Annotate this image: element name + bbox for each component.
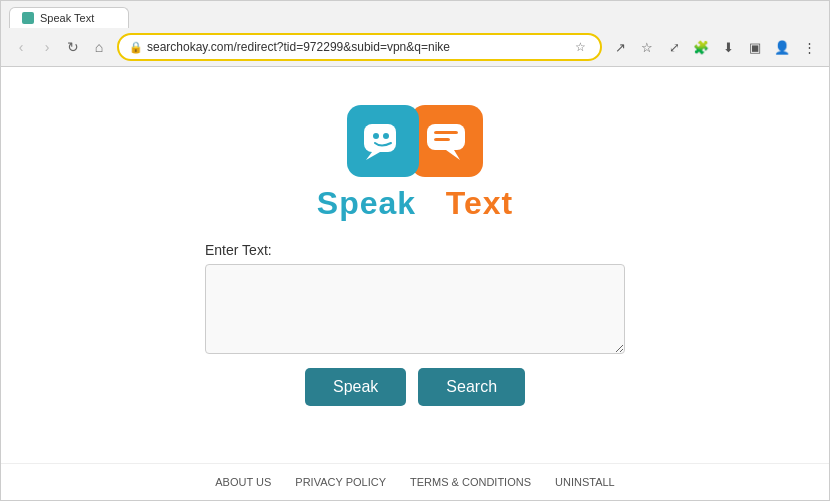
- blue-face-icon: [358, 116, 408, 166]
- extensions-button[interactable]: 🧩: [689, 35, 713, 59]
- svg-point-2: [383, 133, 389, 139]
- main-area: Speak Text Enter Text: Speak Search: [1, 67, 829, 463]
- profile-button[interactable]: 👤: [770, 35, 794, 59]
- browser-actions: ↗ ☆ ⤢ 🧩 ⬇ ▣ 👤 ⋮: [608, 35, 821, 59]
- bookmark-star-button[interactable]: ☆: [570, 37, 590, 57]
- tabs-row: Speak Text: [9, 7, 821, 28]
- svg-rect-5: [434, 131, 458, 134]
- footer-link-about[interactable]: ABOUT US: [215, 476, 271, 488]
- svg-marker-7: [446, 150, 460, 160]
- svg-rect-0: [364, 124, 396, 152]
- browser-frame: Speak Text ‹ › ↻ ⌂ 🔒: [0, 0, 830, 501]
- tab-strip-button[interactable]: ▣: [743, 35, 767, 59]
- logo-icon-orange: [411, 105, 483, 177]
- menu-button[interactable]: ⋮: [797, 35, 821, 59]
- search-button[interactable]: Search: [418, 368, 525, 406]
- svg-rect-6: [434, 138, 450, 141]
- page-footer: ABOUT US PRIVACY POLICY TERMS & CONDITIO…: [1, 463, 829, 500]
- browser-tab[interactable]: Speak Text: [9, 7, 129, 28]
- forward-button[interactable]: ›: [35, 35, 59, 59]
- orange-chat-icon: [422, 116, 472, 166]
- logo-icon-blue: [347, 105, 419, 177]
- share-button[interactable]: ↗: [608, 35, 632, 59]
- form-section: Enter Text: Speak Search: [205, 242, 625, 406]
- logo-title-orange: Text: [446, 185, 513, 221]
- logo-title: Speak Text: [317, 185, 513, 222]
- browser-controls-row: ‹ › ↻ ⌂ 🔒 ☆ ↗ ☆: [9, 28, 821, 66]
- speak-button[interactable]: Speak: [305, 368, 406, 406]
- svg-marker-3: [366, 152, 380, 160]
- address-bar[interactable]: [147, 40, 570, 54]
- text-textarea[interactable]: [205, 264, 625, 354]
- tab-favicon: [22, 12, 34, 24]
- bookmark-button[interactable]: ☆: [635, 35, 659, 59]
- footer-link-privacy[interactable]: PRIVACY POLICY: [295, 476, 386, 488]
- form-label: Enter Text:: [205, 242, 272, 258]
- page-content: Speak Text Enter Text: Speak Search ABOU…: [1, 67, 829, 500]
- footer-link-uninstall[interactable]: UNINSTALL: [555, 476, 615, 488]
- buttons-row: Speak Search: [305, 368, 525, 406]
- svg-rect-4: [427, 124, 465, 150]
- logo-title-teal: Speak: [317, 185, 416, 221]
- footer-link-terms[interactable]: TERMS & CONDITIONS: [410, 476, 531, 488]
- download-button[interactable]: ⬇: [716, 35, 740, 59]
- lock-icon: 🔒: [129, 41, 143, 54]
- reload-button[interactable]: ↻: [61, 35, 85, 59]
- tab-label: Speak Text: [40, 12, 94, 24]
- svg-point-1: [373, 133, 379, 139]
- browser-topbar: Speak Text ‹ › ↻ ⌂ 🔒: [1, 1, 829, 67]
- logo-icons: [347, 105, 483, 177]
- home-button[interactable]: ⌂: [87, 35, 111, 59]
- address-bar-container: 🔒 ☆: [117, 33, 602, 61]
- address-bar-actions: ☆: [570, 37, 590, 57]
- logo-container: Speak Text: [317, 105, 513, 222]
- zoom-button[interactable]: ⤢: [662, 35, 686, 59]
- nav-buttons: ‹ › ↻ ⌂: [9, 35, 111, 59]
- back-button[interactable]: ‹: [9, 35, 33, 59]
